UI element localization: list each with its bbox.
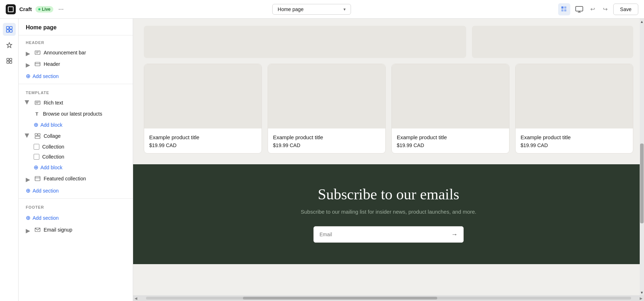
product-info-4: Example product title $19.99 CAD (516, 128, 633, 153)
canvas-scroll[interactable]: Example product title $19.99 CAD Example… (133, 19, 644, 295)
plus-icon-template: ⊕ (26, 187, 30, 194)
grid-view-button[interactable] (558, 3, 570, 15)
add-section-template-label: Add section (33, 188, 59, 194)
icon-bar-sections-button[interactable] (3, 23, 16, 36)
live-badge: Live (35, 6, 53, 13)
email-section-title: Subscribe to our emails (147, 186, 630, 203)
main-layout: Home page HEADER ▶ Announcement bar ▶ (0, 19, 644, 301)
more-button[interactable]: ··· (57, 4, 65, 14)
sidebar-item-collage[interactable]: ▶ Collage (19, 130, 133, 142)
email-submit-button[interactable]: → (445, 231, 463, 238)
sidebar-item-rich-text[interactable]: ▶ Rich text (19, 97, 133, 108)
svg-rect-23 (35, 133, 37, 136)
product-title-2: Example product title (273, 133, 380, 141)
products-top-cards (144, 26, 633, 58)
svg-rect-24 (38, 133, 40, 136)
sidebar-header: Home page (19, 19, 133, 35)
page-selector-text: Home page (278, 6, 303, 12)
collection-box-icon-1 (34, 144, 39, 150)
h-scroll-left-arrow[interactable]: ◀ (133, 296, 139, 300)
h-scroll-right-arrow[interactable]: ▶ (638, 296, 644, 300)
products-section: Example product title $19.99 CAD Example… (133, 19, 644, 164)
collage-icon (34, 133, 41, 139)
sidebar-sub-collection-2[interactable]: Collection (19, 152, 133, 162)
svg-rect-20 (35, 101, 40, 105)
monitor-button[interactable] (574, 5, 585, 14)
undo-button[interactable]: ↩ (588, 4, 597, 14)
top-card-wide (144, 26, 466, 58)
product-price-1: $19.99 CAD (149, 142, 257, 148)
email-signup-section: Subscribe to our emails Subscribe to our… (133, 164, 644, 264)
icon-bar (0, 19, 19, 301)
save-button[interactable]: Save (613, 4, 638, 15)
email-expand-icon: ▶ (26, 227, 31, 232)
product-card-3: Example product title $19.99 CAD (391, 64, 509, 154)
top-card-right (472, 26, 633, 58)
expand-icon: ▶ (26, 62, 31, 67)
product-price-4: $19.99 CAD (521, 142, 628, 148)
h-scroll-track (146, 297, 631, 300)
add-block-collage[interactable]: ⊕ Add block (19, 162, 133, 173)
v-scroll-down-button[interactable]: ▼ (640, 290, 644, 295)
product-img-1 (144, 64, 262, 128)
plus-icon-footer: ⊕ (26, 214, 30, 221)
featured-expand-icon: ▶ (26, 176, 31, 181)
product-img-4 (516, 64, 633, 128)
svg-rect-25 (35, 136, 40, 139)
add-section-header[interactable]: ⊕ Add section (19, 70, 133, 82)
product-info-1: Example product title $19.99 CAD (144, 128, 262, 153)
browse-label: Browse our latest products (43, 111, 102, 117)
page-selector[interactable]: Home page ▾ (272, 4, 351, 15)
add-section-header-label: Add section (33, 73, 59, 79)
v-scroll-track (640, 24, 644, 290)
featured-collection-label: Featured collection (44, 176, 86, 181)
sidebar-item-email-signup[interactable]: ▶ Email signup (19, 224, 133, 236)
product-title-4: Example product title (521, 133, 628, 141)
add-section-footer[interactable]: ⊕ Add section (19, 212, 133, 224)
sidebar-title: Home page (26, 24, 57, 30)
email-section-subtitle: Subscribe to our mailing list for inside… (147, 209, 630, 215)
product-img-2 (268, 64, 385, 128)
topbar-center: Home page ▾ (69, 4, 554, 15)
svg-rect-9 (6, 30, 9, 32)
svg-rect-1 (561, 9, 564, 11)
collection-box-icon-2 (34, 154, 39, 160)
icon-bar-theme-button[interactable] (3, 39, 16, 52)
product-card-2: Example product title $19.99 CAD (268, 64, 386, 154)
svg-rect-0 (561, 6, 564, 9)
sidebar-content: HEADER ▶ Announcement bar ▶ (19, 35, 133, 301)
text-block-icon: T (34, 111, 40, 117)
topbar-right: ↩ ↪ Save (558, 3, 638, 15)
divider-1 (19, 84, 133, 84)
email-form: → (147, 226, 630, 243)
product-info-2: Example product title $19.99 CAD (268, 128, 385, 153)
svg-rect-3 (564, 9, 566, 11)
footer-section-label: FOOTER (19, 200, 133, 212)
add-section-template[interactable]: ⊕ Add section (19, 184, 133, 197)
add-block-rich-text-label: Add block (40, 122, 62, 128)
horizontal-scrollbar[interactable]: ◀ ▶ (133, 295, 644, 301)
sidebar-item-announcement-bar[interactable]: ▶ Announcement bar (19, 47, 133, 58)
email-input[interactable] (314, 227, 445, 242)
plus-icon-collage-block: ⊕ (34, 164, 38, 171)
sidebar-sub-browse[interactable]: T Browse our latest products (19, 108, 133, 119)
svg-rect-12 (10, 58, 12, 60)
svg-rect-2 (564, 6, 566, 9)
sidebar-sub-collection-1[interactable]: Collection (19, 142, 133, 152)
svg-rect-11 (7, 58, 9, 60)
sidebar-item-featured-collection[interactable]: ▶ Featured collection (19, 173, 133, 184)
add-block-rich-text[interactable]: ⊕ Add block (19, 119, 133, 130)
sidebar-item-header[interactable]: ▶ Header (19, 58, 133, 70)
product-price-2: $19.99 CAD (273, 142, 380, 148)
email-signup-icon (34, 227, 41, 233)
header-section-label: HEADER (19, 35, 133, 47)
products-grid: Example product title $19.99 CAD Example… (144, 64, 633, 154)
icon-bar-apps-button[interactable] (3, 54, 16, 67)
live-dot (38, 8, 40, 10)
redo-button[interactable]: ↪ (601, 4, 610, 14)
svg-rect-13 (7, 61, 9, 63)
v-scroll-up-button[interactable]: ▲ (640, 19, 644, 24)
collage-label: Collage (44, 133, 60, 139)
featured-collection-icon (34, 175, 41, 182)
svg-rect-14 (10, 61, 12, 63)
